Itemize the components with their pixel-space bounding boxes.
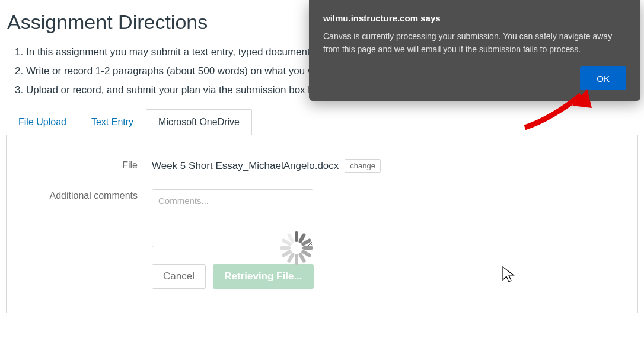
change-file-button[interactable]: change <box>345 159 381 173</box>
tab-text-entry[interactable]: Text Entry <box>79 109 146 135</box>
alert-title: wilmu.instructure.com says <box>323 13 626 23</box>
comments-label: Additional comments <box>12 189 152 201</box>
alert-ok-button[interactable]: OK <box>580 66 626 90</box>
alert-dialog: wilmu.instructure.com says Canvas is cur… <box>309 0 640 101</box>
submission-tabs: File Upload Text Entry Microsoft OneDriv… <box>6 109 638 135</box>
cancel-button[interactable]: Cancel <box>152 264 206 289</box>
submit-button[interactable]: Retrieving File... <box>213 264 314 289</box>
comments-textarea[interactable] <box>152 189 313 247</box>
submission-panel: File Week 5 Short Essay_MichaelAngelo.do… <box>6 135 638 313</box>
tab-microsoft-onedrive[interactable]: Microsoft OneDrive <box>146 109 252 135</box>
tab-file-upload[interactable]: File Upload <box>6 109 79 135</box>
file-label: File <box>12 159 152 171</box>
alert-message: Canvas is currently processing your subm… <box>323 30 626 56</box>
selected-file-name: Week 5 Short Essay_MichaelAngelo.docx <box>152 160 339 172</box>
